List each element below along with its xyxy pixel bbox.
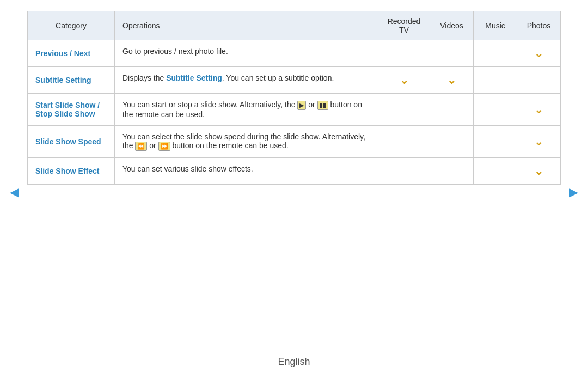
page-wrapper: ◀ ▶ Category Operations RecordedTV Video… <box>0 0 588 384</box>
row4-fastfwd-btn-icon: ⏩ <box>158 142 170 151</box>
header-recorded-tv: RecordedTV <box>378 11 430 40</box>
header-videos: Videos <box>430 11 474 40</box>
footer: English <box>0 356 588 368</box>
nav-arrow-right[interactable]: ▶ <box>569 185 578 199</box>
row2-category: Subtitle Setting <box>28 67 115 94</box>
header-operations: Operations <box>115 11 378 40</box>
row2-category-label: Subtitle Setting <box>35 76 91 84</box>
row5-music <box>474 157 517 184</box>
row1-category: Previous / Next <box>28 40 115 67</box>
header-music: Music <box>474 11 517 40</box>
row3-recorded <box>378 94 430 126</box>
row5-photos-check: ⌄ <box>534 165 543 177</box>
row4-videos <box>430 125 474 157</box>
row5-category: Slide Show Effect <box>28 157 115 184</box>
row3-category: Start Slide Show / Stop Slide Show <box>28 94 115 126</box>
row4-photos-check: ⌄ <box>534 136 543 148</box>
row4-category-label: Slide Show Speed <box>35 137 101 146</box>
row2-subtitle-link: Subtitle Setting <box>166 74 222 82</box>
row2-recorded: ⌄ <box>378 67 430 94</box>
row3-operations: You can start or stop a slide show. Alte… <box>115 94 378 126</box>
nav-arrow-left[interactable]: ◀ <box>10 185 19 199</box>
table-row: Start Slide Show / Stop Slide Show You c… <box>28 94 561 126</box>
row3-start-label: Start Slide Show <box>35 101 95 109</box>
row4-recorded <box>378 125 430 157</box>
row2-operations: Displays the Subtitle Setting. You can s… <box>115 67 378 94</box>
row5-category-label: Slide Show Effect <box>35 167 99 175</box>
row1-category-label: Previous <box>35 49 68 58</box>
table-row: Subtitle Setting Displays the Subtitle S… <box>28 67 561 94</box>
row1-photos: ⌄ <box>517 40 561 67</box>
main-table: Category Operations RecordedTV Videos Mu… <box>27 11 561 185</box>
row3-photos-check: ⌄ <box>534 103 543 115</box>
row3-photos: ⌄ <box>517 94 561 126</box>
row3-stop-label: Stop Slide Show <box>35 109 95 118</box>
row5-recorded <box>378 157 430 184</box>
row4-category: Slide Show Speed <box>28 125 115 157</box>
row1-next-label: Next <box>74 49 90 58</box>
row1-music <box>474 40 517 67</box>
row3-pause-btn-icon: ▮▮ <box>317 101 328 110</box>
row5-operations: You can set various slide show effects. <box>115 157 378 184</box>
table-row: Previous / Next Go to previous / next ph… <box>28 40 561 67</box>
footer-language: English <box>278 356 310 367</box>
row2-recorded-check: ⌄ <box>400 74 409 86</box>
row2-videos-check: ⌄ <box>447 74 456 86</box>
table-container: Category Operations RecordedTV Videos Mu… <box>27 11 561 185</box>
row1-recorded <box>378 40 430 67</box>
row2-music <box>474 67 517 94</box>
header-photos: Photos <box>517 11 561 40</box>
row2-photos <box>517 67 561 94</box>
row4-rewind-btn-icon: ⏪ <box>135 142 147 151</box>
header-category: Category <box>28 11 115 40</box>
row5-photos: ⌄ <box>517 157 561 184</box>
row1-videos <box>430 40 474 67</box>
row1-photos-check: ⌄ <box>534 47 543 59</box>
row5-videos <box>430 157 474 184</box>
row1-operations: Go to previous / next photo file. <box>115 40 378 67</box>
table-row: Slide Show Speed You can select the slid… <box>28 125 561 157</box>
row4-operations: You can select the slide show speed duri… <box>115 125 378 157</box>
row4-music <box>474 125 517 157</box>
row3-music <box>474 94 517 126</box>
row4-photos: ⌄ <box>517 125 561 157</box>
row2-videos: ⌄ <box>430 67 474 94</box>
row3-videos <box>430 94 474 126</box>
table-row: Slide Show Effect You can set various sl… <box>28 157 561 184</box>
row3-play-btn-icon: ▶ <box>297 101 306 110</box>
